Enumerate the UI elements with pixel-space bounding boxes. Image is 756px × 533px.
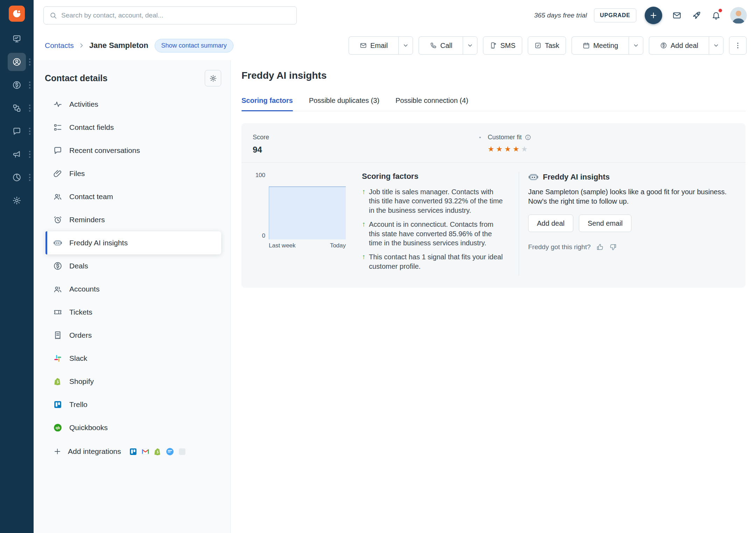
star-rating: ★★★★★ [488, 145, 735, 153]
email-dropdown-button[interactable] [398, 36, 413, 55]
global-search[interactable] [43, 6, 297, 24]
menu-item-reminders[interactable]: Reminders [34, 208, 230, 231]
contact-fields-icon [53, 123, 62, 132]
team-icon [53, 192, 62, 201]
quick-add-button[interactable] [645, 7, 662, 24]
main-content: Freddy AI insights Scoring factors Possi… [231, 60, 756, 533]
x-axis-end: Today [330, 242, 346, 249]
trello-mini-icon [129, 447, 138, 456]
deals-icon [12, 80, 21, 90]
score-label: Score [253, 134, 472, 141]
inbox-button[interactable] [668, 7, 685, 24]
integration-mini-icons [129, 447, 187, 456]
star-icon: ★ [513, 145, 519, 153]
plus-icon [649, 11, 658, 20]
info-icon[interactable] [525, 134, 531, 141]
chevron-down-icon [467, 42, 473, 49]
tab-possible-connection[interactable]: Possible connection (4) [396, 97, 468, 111]
vertical-divider [519, 172, 519, 276]
y-axis-max: 100 [255, 172, 265, 179]
sidebar-item-dashboard[interactable] [0, 27, 34, 50]
freshworks-logo[interactable] [9, 6, 25, 22]
menu-item-freddy-ai-insights[interactable]: Freddy AI insights [46, 231, 221, 254]
campaigns-icon [12, 150, 21, 159]
panel-title: Contact details [45, 73, 205, 83]
meeting-dropdown-button[interactable] [629, 36, 643, 55]
menu-item-recent-conversations[interactable]: Recent conversations [34, 139, 230, 162]
contacts-menu-dots[interactable] [29, 58, 30, 65]
plus-icon [53, 447, 62, 456]
notification-badge [718, 8, 723, 13]
sidebar-item-campaigns[interactable] [0, 143, 34, 166]
conversations-menu-dots[interactable] [29, 128, 30, 135]
menu-item-deals[interactable]: Deals [34, 254, 230, 278]
more-integration-icon [178, 447, 187, 456]
add-deal-dropdown-button[interactable] [709, 36, 723, 55]
menu-item-shopify[interactable]: Shopify [34, 370, 230, 393]
deals-menu-dots[interactable] [29, 82, 30, 89]
scoring-factor: ↑ Account is in connecticut. Contacts fr… [362, 220, 505, 247]
sidebar-item-deals[interactable] [0, 73, 34, 97]
section-title: Freddy AI insights [241, 70, 746, 81]
more-actions-button[interactable] [729, 36, 747, 55]
sms-button[interactable]: SMS [483, 36, 522, 55]
analytics-menu-dots[interactable] [29, 174, 30, 181]
campaigns-menu-dots[interactable] [29, 151, 30, 158]
chevron-down-icon [402, 42, 409, 49]
arrow-up-icon: ↑ [362, 187, 365, 215]
call-button-group: Call [419, 36, 477, 55]
task-button[interactable]: Task [528, 36, 566, 55]
dot-separator: • [472, 134, 488, 141]
dashboard-icon [12, 34, 21, 43]
scoring-factors-list: Scoring factors ↑ Job title is sales man… [362, 172, 505, 276]
call-dropdown-button[interactable] [463, 36, 477, 55]
email-button[interactable]: Email [349, 36, 398, 55]
menu-item-contact-fields[interactable]: Contact fields [34, 116, 230, 139]
whats-new-button[interactable] [688, 7, 705, 24]
alarm-icon [53, 215, 62, 224]
freddy-add-deal-button[interactable]: Add deal [528, 215, 573, 232]
add-deal-button[interactable]: Add deal [649, 36, 709, 55]
thumbs-up-icon[interactable] [596, 243, 604, 251]
menu-item-quickbooks[interactable]: qb Quickbooks [34, 416, 230, 439]
panel-settings-button[interactable] [205, 70, 221, 86]
svg-text:qb: qb [56, 426, 60, 430]
freddy-send-email-button[interactable]: Send email [579, 215, 631, 232]
calendar-icon [583, 42, 590, 49]
tab-scoring-factors[interactable]: Scoring factors [241, 97, 293, 111]
menu-item-trello[interactable]: Trello [34, 393, 230, 416]
sidebar-item-contacts[interactable] [0, 50, 34, 73]
menu-item-slack[interactable]: Slack [34, 347, 230, 370]
tab-possible-duplicates[interactable]: Possible duplicates (3) [309, 97, 379, 111]
thumbs-down-icon[interactable] [609, 243, 617, 251]
score-trend-chart: 100 0 Last week Today [253, 172, 358, 276]
menu-item-accounts[interactable]: Accounts [34, 278, 230, 301]
show-contact-summary-button[interactable]: Show contact summary [155, 39, 233, 52]
menu-item-files[interactable]: Files [34, 162, 230, 185]
conversations-icon [12, 127, 21, 136]
menu-item-orders[interactable]: Orders [34, 324, 230, 347]
rocket-icon [692, 11, 701, 20]
breadcrumb[interactable]: Contacts [45, 41, 74, 50]
conversation-icon [53, 146, 62, 155]
scoring-factors-title: Scoring factors [362, 172, 505, 181]
sidebar-item-analytics[interactable] [0, 166, 34, 189]
upgrade-button[interactable]: UPGRADE [594, 8, 636, 22]
sidebar-item-settings[interactable] [0, 189, 34, 212]
sms-icon [490, 42, 497, 49]
scoring-card: Score • Customer fit 94 ★★★★★ [241, 123, 746, 288]
sidebar-item-conversations[interactable] [0, 120, 34, 143]
search-input[interactable] [61, 12, 291, 19]
add-integrations[interactable]: Add integrations [34, 439, 230, 464]
user-avatar[interactable] [730, 7, 747, 24]
menu-item-tickets[interactable]: Tickets [34, 301, 230, 324]
meeting-button[interactable]: Meeting [572, 36, 629, 55]
freddy-title: Freddy AI insights [543, 173, 610, 182]
organizations-menu-dots[interactable] [29, 105, 30, 112]
notifications-button[interactable] [708, 7, 724, 24]
call-button[interactable]: Call [419, 36, 463, 55]
menu-item-contact-team[interactable]: Contact team [34, 185, 230, 208]
customer-fit-label: Customer fit [488, 134, 522, 141]
sidebar-item-organizations[interactable] [0, 97, 34, 120]
menu-item-activities[interactable]: Activities [34, 93, 230, 116]
